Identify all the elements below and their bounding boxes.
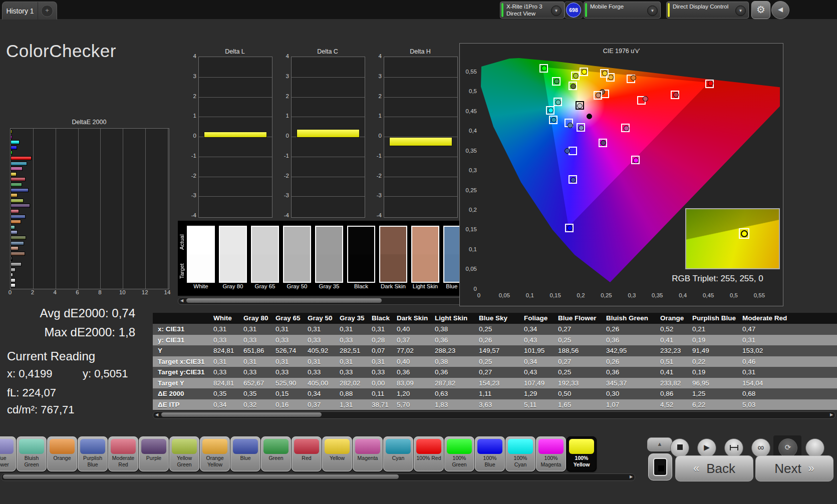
y-tick-label: -1 [279, 153, 289, 159]
refresh-button[interactable]: ⟳ [778, 438, 797, 457]
patch-label: BluishGreen [17, 455, 46, 468]
patch-label: PurplishBlue [78, 455, 107, 468]
y-tick-label: 1 [186, 113, 196, 119]
delta-c-title: Delta C [291, 48, 364, 55]
table-cell: 0,26 [476, 335, 521, 346]
patch-compare-strip: Actual Target WhiteGray 80Gray 65Gray 50… [178, 221, 478, 296]
collapse-panel-icon[interactable]: ◀ [771, 1, 789, 19]
patch-button-purplish-blue[interactable]: PurplishBlue [78, 436, 108, 471]
avg-de2000-value: Avg dE2000: 0,74 [10, 306, 135, 320]
status-led-yellow [668, 3, 670, 17]
patch-button-100-red[interactable]: 100% Red [414, 436, 444, 471]
strip-scrollbar[interactable]: ◀ ▶ [178, 297, 479, 305]
strip-scrollbar-thumb[interactable] [186, 298, 382, 303]
row-label: Target y:CIE31 [153, 367, 210, 378]
patch-color [477, 439, 502, 454]
scroll-right-icon[interactable]: ▶ [628, 474, 635, 479]
patch-button-magenta[interactable]: Magenta [353, 436, 383, 471]
meter-dropdown-xrite[interactable]: X-Rite i1Pro 3 Direct View ▼ [500, 2, 565, 19]
table-cell: 525,90 [272, 378, 305, 389]
patch-button-100-green[interactable]: 100%Green [444, 436, 474, 471]
current-cdm2-value: cd/m²: 767,71 [7, 403, 75, 416]
strip-swatch-label: Light Skin [409, 283, 441, 289]
table-cell: 1,11 [476, 388, 521, 399]
table-scrollbar-thumb[interactable] [161, 412, 322, 417]
patch-button-moderate-red[interactable]: ModerateRed [108, 436, 138, 471]
strip-swatch-label: Gray 35 [313, 283, 345, 289]
deltae-bar-gray-35 [11, 262, 22, 266]
patch-button-100-yellow[interactable]: 100%Yellow [567, 436, 597, 471]
table-cell: 5,03 [739, 399, 804, 410]
deltae-bar-cyan [11, 162, 27, 166]
step-measure-button[interactable] [724, 438, 743, 457]
gridline [33, 129, 34, 289]
deltae-bar-magenta [11, 167, 23, 171]
table-cell: 3,63 [476, 399, 521, 410]
deltae2000-x-axis: 02468101214 [0, 289, 180, 296]
table-header-Foliage: Foliage [521, 313, 555, 324]
gridline [199, 196, 272, 197]
table-header-Bluish Green: Bluish Green [603, 313, 657, 324]
table-cell: 0,31 [739, 335, 804, 346]
scroll-right-icon[interactable]: ▶ [828, 412, 835, 417]
back-button[interactable]: « Back [675, 455, 753, 481]
gridline [292, 117, 365, 117]
patch-row-scrollbar-thumb[interactable] [3, 474, 399, 479]
chevron-down-icon[interactable]: ▼ [735, 6, 746, 16]
extra-transport-button[interactable] [805, 438, 824, 457]
cie-y-tick-label: 0,05 [461, 266, 477, 272]
cie-y-tick-label: 0,55 [461, 69, 477, 75]
table-cell: 153,02 [739, 345, 804, 356]
table-cell: 0,33 [210, 335, 240, 346]
cie-measured-dot-red [673, 92, 679, 98]
chevron-down-icon[interactable]: ▼ [551, 6, 562, 16]
scroll-left-icon[interactable]: ◀ [178, 298, 185, 303]
table-row: y: CIE310,330,330,330,330,330,280,370,36… [153, 335, 837, 346]
patch-button-bluish-green[interactable]: BluishGreen [17, 436, 47, 471]
patch-button-green[interactable]: Green [261, 436, 291, 471]
table-cell: 232,23 [657, 345, 689, 356]
table-cell: 0,27 [476, 367, 521, 378]
next-button[interactable]: Next » [755, 455, 833, 481]
patch-button-cyan[interactable]: Cyan [383, 436, 413, 471]
patch-button-100-magenta[interactable]: 100%Magenta [536, 436, 566, 471]
cie-measured-dot-blue-sky [568, 123, 573, 128]
tab-history-1[interactable]: History 1 [3, 7, 38, 15]
deltae-bar-blue [11, 188, 29, 192]
patch-label: 100%Green [445, 455, 474, 468]
meter-dropdown-display-control[interactable]: Direct Display Control ▼ [666, 2, 749, 19]
table-cell: 0,34 [521, 324, 555, 335]
patch-button-purple[interactable]: Purple [139, 436, 169, 471]
patch-button-yellow-green[interactable]: YellowGreen [169, 436, 199, 471]
chevron-down-icon[interactable]: ▼ [647, 6, 658, 16]
meter-dropdown-mobile-forge[interactable]: Mobile Forge ▼ [584, 2, 661, 19]
pattern-window-button[interactable] [648, 453, 672, 480]
deltae-bar-dark-skin [11, 252, 25, 256]
continuous-measure-button[interactable]: ∞ [751, 438, 770, 457]
patch-button-blue-flower[interactable]: BlueFlower [0, 436, 16, 471]
patch-button-100-cyan[interactable]: 100%Cyan [505, 436, 535, 471]
patch-button-orange[interactable]: Orange [47, 436, 77, 471]
x-tick-label: 2 [29, 289, 37, 295]
scroll-left-icon[interactable]: ◀ [153, 412, 160, 417]
patch-button-red[interactable]: Red [292, 436, 322, 471]
stop-button[interactable] [670, 438, 689, 457]
reading-count-badge: 698 [566, 3, 581, 18]
patch-button-100-blue[interactable]: 100%Blue [475, 436, 505, 471]
table-cell: 824,81 [210, 378, 240, 389]
patch-button-orange-yellow[interactable]: OrangeYellow [200, 436, 230, 471]
gear-icon[interactable]: ⚙ [751, 1, 770, 19]
patch-color [50, 439, 75, 454]
table-cell: 4,52 [657, 399, 689, 410]
patch-button-yellow[interactable]: Yellow [322, 436, 352, 471]
patch-button-blue[interactable]: Blue [230, 436, 260, 471]
patch-row-scrollbar[interactable]: ▶ [1, 473, 635, 481]
expand-patch-list-button[interactable]: ▲ [647, 437, 672, 451]
table-cell: 0,33 [240, 367, 272, 378]
play-button[interactable]: ▶ [697, 438, 716, 457]
deltae-bar-green [11, 183, 22, 187]
table-scrollbar[interactable]: ◀ ▶ [153, 411, 835, 419]
table-cell: 0,51 [657, 356, 689, 367]
add-tab-button[interactable]: + [41, 5, 53, 17]
table-header-Gray 35: Gray 35 [337, 313, 369, 324]
